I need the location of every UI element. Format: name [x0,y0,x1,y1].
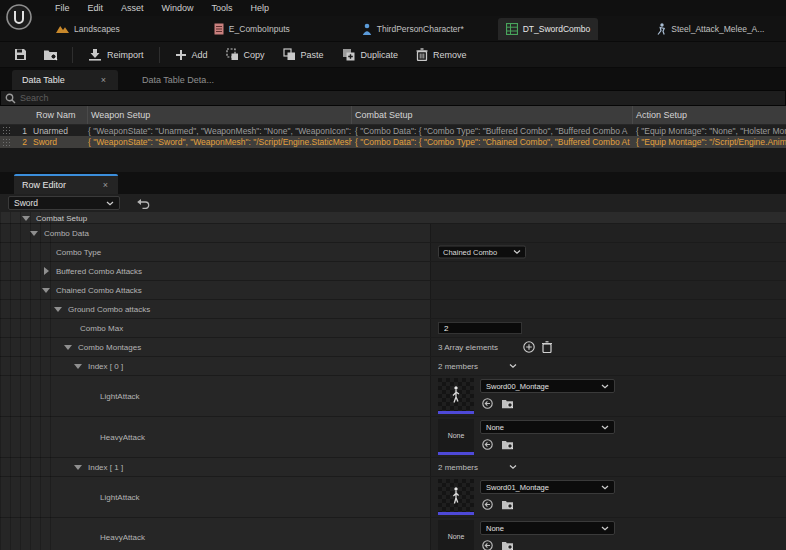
tree-row-heavy-attack-1[interactable]: None None HeavyAttack [0,518,786,550]
tab-row-editor[interactable]: Row Editor × [14,174,118,194]
expander-down-icon[interactable] [22,216,30,221]
browse-to-asset-icon[interactable] [501,439,514,450]
expander-down-icon[interactable] [54,307,62,312]
value-area [430,224,786,242]
expander-down-icon[interactable] [42,288,50,293]
tree-row-buffered-combo-attacks[interactable]: Buffered Combo Attacks [0,262,786,281]
asset-tab-thirdpersoncharacter[interactable]: ThirdPersonCharacter* [354,18,472,40]
drag-handle-icon[interactable] [2,126,12,135]
column-header-weapon-setup[interactable]: Weapon Setup [88,106,352,124]
montage-thumbnail-none[interactable]: None [438,419,474,455]
copy-button[interactable]: Copy [217,44,274,65]
add-element-icon[interactable] [523,341,535,353]
use-selected-asset-icon[interactable] [482,439,493,450]
add-label: Add [192,50,208,60]
table-row-unarmed[interactable]: 1 Unarmed { "WeaponState": "Unarmed", "W… [0,125,786,136]
tree-row-combo-data[interactable]: Combo Data [0,224,786,243]
menu-window[interactable]: Window [153,1,203,15]
search-input[interactable] [20,93,785,103]
chevron-down-icon [601,384,609,389]
menu-asset[interactable]: Asset [112,1,153,15]
browse-to-asset-icon[interactable] [501,398,514,409]
element-options-chevron-icon[interactable] [509,465,517,470]
landscape-icon [56,23,69,34]
table-row-sword-selected[interactable]: 2 Sword { "WeaponState": "Sword", "Weapo… [0,136,786,148]
asset-tab-dt-swordcombo[interactable]: DT_SwordCombo [498,18,599,40]
menu-tools[interactable]: Tools [203,1,242,15]
folder-search-icon [43,48,58,61]
column-header-action-setup[interactable]: Action Setup [633,106,786,124]
use-selected-asset-icon[interactable] [482,398,493,409]
expander-down-icon[interactable] [74,364,82,369]
property-label: LightAttack [100,392,140,401]
tab-data-table-details[interactable]: Data Table Deta... [132,70,224,90]
duplicate-button[interactable]: Duplicate [333,44,408,65]
paste-button[interactable]: Paste [274,44,333,65]
combo-type-dropdown[interactable]: Chained Combo [438,246,526,259]
browse-to-asset-icon[interactable] [501,540,514,550]
property-label: HeavyAttack [100,433,145,442]
tree-row-light-attack-0[interactable]: Sword00_Montage LightAttack [0,376,786,417]
expander-right-icon[interactable] [44,267,49,275]
asset-tab-label: E_ComboInputs [229,24,290,34]
drag-handle-icon[interactable] [2,138,12,147]
combat-setup-cell: { "Combo Data": { "Combo Type": "Chained… [352,136,633,148]
row-select-dropdown[interactable]: Sword [8,196,120,210]
tree-row-light-attack-1[interactable]: Sword01_Montage LightAttack [0,477,786,518]
menu-help[interactable]: Help [242,1,279,15]
montage-asset-dropdown[interactable]: Sword01_Montage [480,480,615,494]
remove-button[interactable]: Remove [407,44,476,65]
montage-thumbnail[interactable] [438,479,474,515]
montage-asset-name: Sword00_Montage [486,382,549,391]
chevron-down-icon [106,201,114,206]
asset-tab-steel-attack-melee[interactable]: Steel_Attack_Melee_A... [648,18,772,40]
asset-tab-landscapes[interactable]: Landscapes [48,18,128,40]
save-button[interactable] [6,44,35,65]
column-header-combat-setup[interactable]: Combat Setup [352,106,633,124]
clear-array-trash-icon[interactable] [542,341,552,353]
reset-to-default-icon[interactable] [136,198,150,209]
browse-to-asset-icon[interactable] [501,499,514,510]
tree-row-chained-combo-attacks[interactable]: Chained Combo Attacks [0,281,786,300]
value-area: None None [430,417,786,457]
element-options-chevron-icon[interactable] [509,364,517,369]
tree-row-combo-type[interactable]: Chained Combo Combo Type [0,243,786,262]
tree-row-combat-setup[interactable]: Combat Setup [0,212,786,224]
use-selected-asset-icon[interactable] [482,499,493,510]
montage-asset-dropdown[interactable]: None [480,521,615,535]
montage-thumbnail-none[interactable]: None [438,520,474,550]
use-selected-asset-icon[interactable] [482,540,493,550]
tree-row-combo-montages[interactable]: 3 Array elements Combo Montages [0,338,786,357]
column-header-row-name[interactable]: Row Nam [33,106,88,124]
weapon-setup-cell: { "WeaponState": "Unarmed", "WeaponMesh"… [85,125,352,136]
tab-data-table[interactable]: Data Table × [12,70,118,90]
tree-row-index-1[interactable]: 2 members Index [ 1 ] [0,458,786,477]
value-area: 2 members [430,458,786,476]
montage-thumbnail[interactable] [438,378,474,414]
expander-down-icon[interactable] [64,345,72,350]
tree-row-heavy-attack-0[interactable]: None None HeavyAttack [0,417,786,458]
montage-asset-dropdown[interactable]: None [480,420,615,434]
expander-down-icon[interactable] [74,465,82,470]
close-icon[interactable]: × [99,75,108,85]
save-icon [14,48,27,61]
tree-row-combo-max[interactable]: Combo Max [0,319,786,338]
datatable-asset-icon [506,23,518,35]
tree-row-index-0[interactable]: 2 members Index [ 0 ] [0,357,786,376]
plus-icon [175,49,187,61]
asset-tab-comboinputs[interactable]: E_ComboInputs [206,18,298,40]
duplicate-icon [342,48,356,61]
menu-file[interactable]: File [46,1,79,15]
tree-row-ground-combo-attacks[interactable]: Ground Combo attacks [0,300,786,319]
montage-asset-name: Sword01_Montage [486,483,549,492]
combo-max-input[interactable] [438,322,522,334]
property-label: Combat Setup [36,213,87,222]
reimport-button[interactable]: Reimport [79,44,153,65]
asset-tab-bar: Landscapes E_ComboInputs ThirdPersonChar… [0,16,786,42]
add-button[interactable]: Add [166,45,217,65]
browse-to-asset-button[interactable] [35,44,66,65]
menu-edit[interactable]: Edit [79,1,113,15]
montage-asset-dropdown[interactable]: Sword00_Montage [480,379,615,393]
expander-down-icon[interactable] [30,231,38,236]
close-icon[interactable]: × [101,180,110,190]
